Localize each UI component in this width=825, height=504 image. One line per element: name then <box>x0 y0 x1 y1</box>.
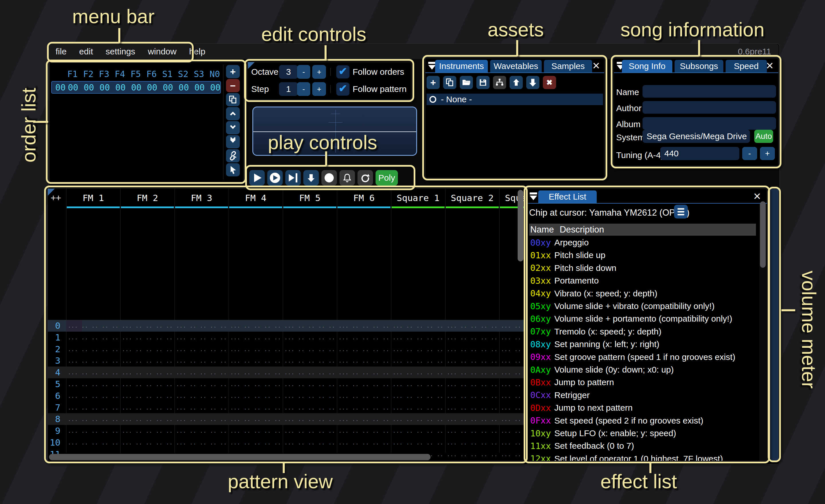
metronome-button[interactable] <box>340 170 355 185</box>
order-column-header[interactable]: N0 <box>207 69 223 79</box>
effect-scrollbar[interactable] <box>760 201 766 268</box>
pattern-cell[interactable]: ... .. .. .. .. <box>499 390 524 402</box>
pattern-cell[interactable]: ... .. .. .. .. <box>120 390 174 402</box>
pattern-cell[interactable]: ... .. .. .. .. <box>66 355 120 366</box>
channel-header-fm-4[interactable]: FM 4 <box>229 189 283 209</box>
channel-header-square-2[interactable]: Square 2 <box>445 189 499 209</box>
pattern-cell[interactable]: ... .. .. .. .. <box>445 343 499 355</box>
order-column-header[interactable]: F1 <box>64 69 80 79</box>
pattern-cell[interactable]: ... .. .. .. .. <box>174 355 229 366</box>
pattern-corner[interactable]: ++ <box>51 193 61 203</box>
order-cell[interactable]: 00 <box>144 82 160 92</box>
pattern-cell[interactable]: ... .. .. .. .. <box>229 332 283 343</box>
collapse-icon[interactable] <box>528 191 538 201</box>
tab-subsongs[interactable]: Subsongs <box>675 60 723 72</box>
pattern-cell[interactable]: ... .. .. .. .. <box>499 437 524 448</box>
record-button[interactable] <box>321 170 337 185</box>
order-column-header[interactable]: S1 <box>159 69 175 79</box>
play-row-button[interactable] <box>285 170 301 185</box>
order-chevron-up-button[interactable] <box>226 107 240 120</box>
pattern-cell[interactable]: ... .. .. .. .. <box>120 343 174 355</box>
pattern-cell[interactable]: ... .. .. .. .. <box>337 378 391 390</box>
tab-speed[interactable]: Speed <box>726 60 767 72</box>
pattern-cell[interactable]: ... .. .. .. .. <box>283 355 337 366</box>
pattern-cell[interactable]: ... .. .. .. .. <box>499 413 524 425</box>
channel-header-fm-6[interactable]: FM 6 <box>337 189 391 209</box>
order-chevron-down-button[interactable] <box>226 121 240 134</box>
pattern-cell[interactable]: ... .. .. .. .. <box>283 402 337 414</box>
order-plus-button[interactable]: + <box>226 65 240 78</box>
octave-decrement-button[interactable]: - <box>297 65 310 79</box>
pattern-cell[interactable]: ... .. .. .. .. <box>445 390 499 402</box>
pattern-cell[interactable]: ... .. .. .. .. <box>66 378 120 390</box>
step-decrement-button[interactable]: - <box>297 82 310 96</box>
author-field[interactable] <box>643 101 776 114</box>
pattern-cell[interactable]: ... .. .. .. .. <box>120 366 174 378</box>
pattern-cell[interactable]: ... .. .. .. .. <box>337 413 391 425</box>
pattern-cell[interactable]: ... .. .. .. .. <box>337 343 391 355</box>
pattern-cell[interactable]: ... .. .. .. .. <box>445 355 499 366</box>
pattern-cell[interactable]: ... .. .. .. .. <box>283 320 337 332</box>
pattern-cell[interactable]: ... .. .. .. .. <box>120 413 174 425</box>
pattern-horizontal-scrollbar[interactable] <box>49 454 431 460</box>
menu-item-file[interactable]: file <box>56 47 66 57</box>
channel-header-fm-3[interactable]: FM 3 <box>174 189 229 209</box>
order-cell[interactable]: 00 <box>112 82 129 92</box>
pattern-cell[interactable]: ... .. .. .. .. <box>391 437 445 448</box>
pattern-cell[interactable]: ... .. .. .. .. <box>66 332 120 343</box>
pattern-cell[interactable]: ... .. .. .. .. <box>445 437 499 448</box>
order-cell[interactable]: 00 <box>128 82 144 92</box>
channel-header-fm-1[interactable]: FM 1 <box>66 189 120 209</box>
step-increment-button[interactable]: + <box>312 82 326 96</box>
pattern-cell[interactable]: ... .. .. .. .. <box>174 425 229 437</box>
channel-name[interactable]: Square 2 <box>445 193 499 203</box>
step-down-button[interactable] <box>303 170 319 185</box>
pattern-cell[interactable]: ... .. .. .. .. <box>66 437 120 448</box>
pattern-cell[interactable]: ... .. .. .. .. <box>174 332 229 343</box>
order-cell[interactable]: 00 <box>192 82 208 92</box>
pattern-cell[interactable]: ... .. .. .. .. <box>283 390 337 402</box>
pattern-cell[interactable]: ... .. .. .. .. <box>229 378 283 390</box>
tab-wavetables[interactable]: Wavetables <box>490 60 542 72</box>
order-column-header[interactable]: S3 <box>191 69 207 79</box>
pattern-cell[interactable]: ... .. .. .. .. <box>445 425 499 437</box>
asset-x-button[interactable]: ✖ <box>543 76 556 89</box>
step-value[interactable]: 1 <box>279 82 298 96</box>
asset-folder-button[interactable] <box>460 76 473 89</box>
asset-tree-button[interactable] <box>493 76 506 89</box>
pattern-cell[interactable]: ... .. .. .. .. <box>174 390 229 402</box>
pattern-cell[interactable]: ... .. .. .. .. <box>337 437 391 448</box>
pattern-cell[interactable]: ... .. .. .. .. <box>120 425 174 437</box>
system-select[interactable]: Sega Genesis/Mega Drive <box>643 130 750 143</box>
pattern-cell[interactable]: ... .. .. .. .. <box>499 320 524 332</box>
pattern-cell[interactable]: ... .. .. .. .. <box>229 366 283 378</box>
channel-name[interactable]: FM 5 <box>283 193 337 203</box>
pattern-cell[interactable]: ... .. .. .. .. <box>174 378 229 390</box>
pattern-cell[interactable]: ... .. .. .. .. <box>66 413 120 425</box>
name-field[interactable] <box>643 85 776 98</box>
channel-name[interactable]: Square 1 <box>391 193 445 203</box>
follow-pattern-checkbox[interactable]: ✔ <box>336 82 350 96</box>
pattern-cell[interactable]: ... .. .. .. .. <box>337 320 391 332</box>
pattern-cell[interactable]: ... .. .. .. .. <box>66 390 120 402</box>
repeat-button[interactable] <box>358 170 373 185</box>
order-column-header[interactable]: F4 <box>112 69 128 79</box>
pattern-cell[interactable]: ... .. .. .. .. <box>229 413 283 425</box>
asset-plus-button[interactable]: + <box>427 76 440 89</box>
channel-header-square-1[interactable]: Square 1 <box>391 189 445 209</box>
channel-name[interactable]: FM 4 <box>229 193 283 203</box>
pattern-cell[interactable]: ... .. .. .. .. <box>174 343 229 355</box>
pattern-cell[interactable]: ... .. .. .. .. <box>391 366 445 378</box>
poly-button[interactable]: Poly <box>376 170 398 185</box>
pattern-cell[interactable]: ... .. .. .. .. <box>499 355 524 366</box>
pattern-cell[interactable]: ... .. .. .. .. <box>229 320 283 332</box>
pattern-cell[interactable]: ... .. .. .. .. <box>445 402 499 414</box>
tuning-decrement-button[interactable]: - <box>742 147 757 160</box>
pattern-cell[interactable]: ... .. .. .. .. <box>499 448 524 460</box>
menu-item-help[interactable]: help <box>189 47 205 57</box>
pattern-cell[interactable]: ... .. .. .. .. <box>120 402 174 414</box>
close-icon[interactable]: × <box>751 190 763 202</box>
order-column-header[interactable]: F5 <box>128 69 144 79</box>
pattern-cell[interactable]: ... .. .. .. .. <box>337 425 391 437</box>
asset-duplicate-button[interactable] <box>443 76 456 89</box>
